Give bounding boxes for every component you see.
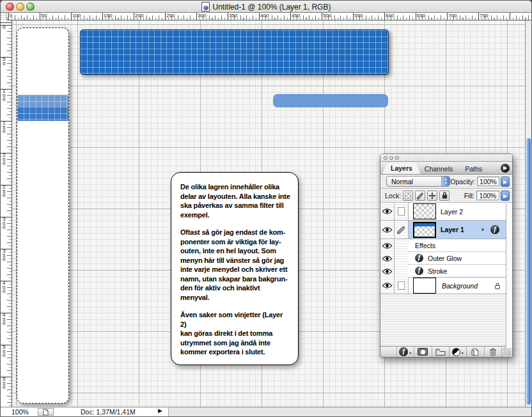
ruler-label-v: 2 0 0 [3,153,5,166]
visibility-toggle[interactable] [380,221,395,239]
menu-active-band [17,95,68,107]
layer-name[interactable]: Layer 1 [441,226,464,233]
tab-paths[interactable]: Paths [457,164,490,174]
layer-thumbnail[interactable] [413,203,436,219]
palette-close-button[interactable] [384,156,387,160]
close-button[interactable] [6,3,14,11]
vertical-ruler[interactable]: 05 01 0 01 5 02 0 02 5 03 0 03 5 04 0 04… [1,20,12,407]
adjustment-layer-icon [452,348,460,356]
effect-name[interactable]: Outer Glow [428,255,462,262]
lock-transparency-button[interactable] [403,191,413,201]
ruler-label-h: 50 [41,13,47,19]
layer-style-icon[interactable]: ƒ [490,225,499,234]
fill-slider-button[interactable]: ▶ [501,191,510,201]
tab-channels[interactable]: Channels [416,164,461,174]
layer-thumbnail[interactable] [413,222,436,238]
visibility-toggle[interactable] [380,239,395,252]
effect-row-stroke[interactable]: ƒ Stroke [380,265,512,278]
palette-zoom-button[interactable] [395,156,399,160]
brush-icon [416,192,424,200]
title-bar[interactable]: Untitled-1 @ 100% (Layer 1, RGB) [1,1,531,13]
layer-name[interactable]: Layer 2 [441,208,463,216]
palette-minimize-button[interactable] [389,156,393,160]
add-layer-mask-button[interactable] [414,347,432,357]
fill-field[interactable]: 100% [476,191,499,200]
tab-layers[interactable]: Layers [382,163,421,174]
link-cell[interactable] [395,278,409,294]
layer-list-empty-area [380,294,512,346]
fill-label: Fill: [464,192,474,200]
layer-row-background[interactable]: Background [380,278,512,294]
ruler-label-h: 350 [229,13,237,19]
delete-layer-button[interactable] [485,347,502,357]
stepper-icon[interactable]: ▲▼ [441,177,450,186]
ruler-label-v: 2 5 0 [3,185,5,198]
add-layer-style-button[interactable]: ƒ ▼ [397,347,414,357]
visibility-toggle[interactable] [380,203,395,220]
top-bar-shape [80,29,389,75]
visibility-toggle[interactable] [380,278,395,294]
active-brush-cell[interactable] [395,221,409,239]
vertical-scrollbar[interactable] [525,20,531,407]
opacity-slider-button[interactable]: ▶ [501,177,510,187]
new-layer-button[interactable] [467,347,484,357]
ruler-label-v: 4 0 0 [3,281,5,294]
ruler-label-h: 600 [386,13,394,19]
note-paragraph: Även saker som vinjetter (Layer 2) kan g… [180,310,290,357]
visibility-toggle[interactable] [380,252,395,265]
zoom-level-field[interactable]: 100% [12,408,29,416]
horizontal-scrollbar[interactable] [168,407,531,416]
lock-row: Lock: Fill: 100% ▶ [380,189,512,203]
layer-row-layer-1[interactable]: Layer 1 ▼ ƒ [380,221,512,239]
effect-row-outer-glow[interactable]: ƒ Outer Glow [380,252,512,265]
effects-header-row[interactable]: Effects [380,239,512,252]
eye-icon [382,242,393,249]
visibility-toggle[interactable] [380,265,395,278]
note-paragraph: De olika lagren innehåller olika delar a… [180,182,290,219]
status-menu-button[interactable]: ▶ [158,407,162,414]
palette-resize-grip[interactable] [502,347,512,357]
document-canvas[interactable]: De olika lagren innehåller olika delar a… [12,20,525,407]
new-adjustment-layer-button[interactable]: ▼ [450,347,467,357]
doc-size-label: Doc: 1,37M/1,41M [81,408,136,416]
zoom-button[interactable] [26,3,35,11]
lock-position-button[interactable] [427,191,437,201]
palette-menu-button[interactable]: ▶ [501,164,510,173]
new-layer-icon [471,348,479,356]
ruler-label-h: 100 [72,13,81,19]
layer-mask-icon [418,348,428,356]
transparency-icon [405,193,411,199]
ruler-label-h: 700 [448,13,457,19]
collapse-effects-icon[interactable]: ▼ [480,227,485,233]
ruler-label-v: 3 5 0 [3,249,5,262]
ruler-label-h: 400 [260,13,269,19]
ruler-origin-box[interactable] [1,13,7,20]
lock-all-button[interactable] [439,191,450,201]
effect-name[interactable]: Stroke [428,267,447,275]
horizontal-ruler[interactable]: 0501001502002503003504004505005506006507… [1,13,531,20]
layer-row-layer-2[interactable]: Layer 2 [380,203,512,221]
fx-icon: ƒ [399,347,408,356]
blend-mode-select[interactable]: Normal ▲▼ [386,176,450,187]
palette-scrollbar[interactable] [506,203,512,348]
lock-paint-button[interactable] [415,191,425,201]
brush-icon [397,226,405,234]
ruler-label-v: 5 0 [3,58,5,66]
layer-name[interactable]: Background [442,282,478,290]
effects-label[interactable]: Effects [415,242,435,249]
link-cell[interactable] [395,203,409,220]
eye-icon [382,282,393,289]
status-bar: 100% Doc: 1,37M/1,41M ▶ [1,407,531,416]
ruler-label-h: 150 [104,13,112,19]
palette-tabs: Layers Channels Paths ▶ [380,162,512,175]
new-layer-set-button[interactable] [432,347,450,357]
layer-thumbnail[interactable] [413,278,436,294]
layers-palette: Layers Channels Paths ▶ Normal ▲▼ Opacit… [380,153,513,358]
vertical-scrollbar-thumb[interactable] [526,138,531,405]
doc-preview-button[interactable] [38,408,54,416]
blend-mode-value: Normal [387,177,441,186]
opacity-field[interactable]: 100% [477,177,499,186]
note-paragraph: Oftast så gör jag endast de kom- ponente… [180,228,290,302]
palette-title-bar[interactable] [380,154,512,162]
minimize-button[interactable] [16,3,24,11]
